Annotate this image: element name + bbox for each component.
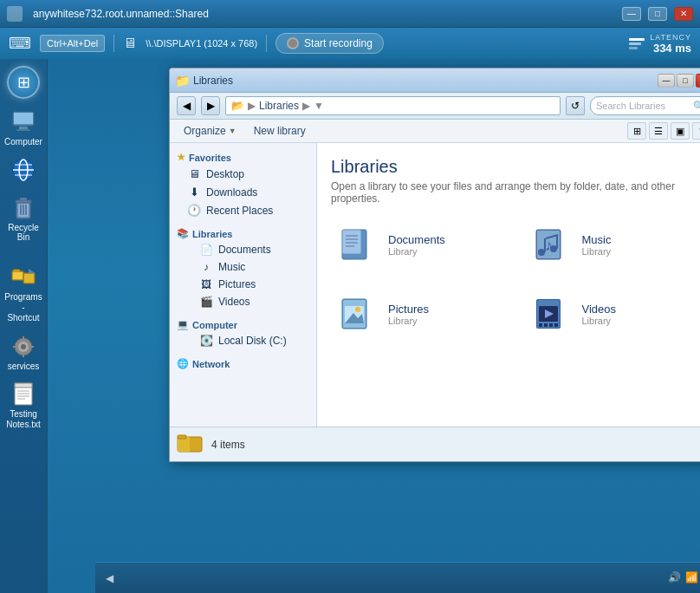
taskbar-system-icons: 🔊 📶 2:40 PM 12/9/2016 — [668, 569, 701, 588]
minimize-button[interactable]: — — [622, 7, 641, 21]
explorer-titlebar: 📁 Libraries — □ ✕ — [170, 68, 700, 93]
downloads-nav-item[interactable]: ⬇ Downloads — [170, 183, 316, 201]
svg-rect-60 — [549, 323, 553, 327]
svg-rect-25 — [23, 354, 24, 357]
kbd-shortcut[interactable]: Ctrl+Alt+Del — [40, 35, 105, 52]
recycle-bin-label: Recycle Bin — [4, 223, 42, 242]
folder-icon — [3, 249, 44, 257]
svg-rect-63 — [178, 437, 190, 452]
ie-desktop-icon[interactable] — [3, 153, 44, 188]
favorites-section-title[interactable]: ★ Favorites — [170, 150, 316, 165]
address-separator: ▶ — [248, 100, 256, 112]
search-bar[interactable]: Search Libraries 🔍 — [590, 96, 700, 115]
pictures-nav-item[interactable]: 🖼 Pictures — [170, 276, 316, 293]
title-bar-left: anywhitese732.root.unnamed::Shared — [7, 6, 209, 22]
documents-library-info: Documents Library — [388, 233, 445, 257]
music-library-name: Music — [582, 233, 612, 246]
computer-nav-icon: 💻 — [177, 319, 189, 330]
title-bar: anywhitese732.root.unnamed::Shared — □ ✕ — [0, 0, 700, 28]
refresh-button[interactable]: ↺ — [566, 96, 585, 115]
services-desktop-icon[interactable]: services — [3, 330, 44, 375]
music-nav-label: Music — [218, 261, 245, 273]
documents-library-item[interactable]: Documents Library — [331, 217, 511, 272]
remote-bar: ⌨ Ctrl+Alt+Del 🖥 \\.\DISPLAY1 (1024 x 76… — [0, 28, 700, 59]
svg-rect-12 — [20, 198, 27, 200]
libraries-section-title[interactable]: 📚 Libraries — [170, 226, 316, 241]
help-button[interactable]: ? — [692, 122, 700, 140]
monitor-icon: 🖥 — [123, 36, 137, 51]
record-label: Start recording — [304, 37, 373, 49]
recycle-bin-icon — [10, 195, 36, 221]
svg-rect-20 — [24, 274, 34, 283]
preview-pane-button[interactable]: ▣ — [671, 122, 690, 140]
libraries-description: Open a library to see your files and arr… — [331, 180, 700, 205]
close-button[interactable]: ✕ — [674, 7, 693, 21]
record-button[interactable]: Start recording — [275, 33, 384, 54]
explorer-menubar: Organize ▼ New library ⊞ ☰ ▣ ? — [170, 120, 700, 143]
documents-library-name: Documents — [388, 233, 445, 246]
network-nav-label: Network — [192, 359, 230, 369]
computer-section-title[interactable]: 💻 Computer — [170, 317, 316, 332]
svg-point-53 — [355, 307, 360, 312]
music-nav-item[interactable]: ♪ Music — [170, 258, 316, 276]
videos-nav-item[interactable]: 🎬 Videos — [170, 293, 316, 310]
documents-nav-label: Documents — [218, 244, 271, 256]
videos-library-info: Videos Library — [582, 303, 617, 326]
svg-rect-64 — [178, 435, 186, 439]
local-disk-nav-icon: 💽 — [199, 335, 213, 347]
svg-point-44 — [538, 249, 545, 256]
documents-library-type: Library — [388, 246, 445, 257]
explorer-minimize-button[interactable]: — — [658, 74, 675, 88]
view-mode-button[interactable]: ⊞ — [627, 122, 646, 140]
pictures-library-item[interactable]: Pictures Library — [331, 286, 511, 342]
svg-rect-26 — [13, 346, 16, 348]
address-bar[interactable]: 📂 ▶ Libraries ▶ ▼ — [225, 96, 561, 115]
local-disk-nav-label: Local Disk (C:) — [218, 335, 287, 347]
music-library-item[interactable]: ♪ Music Library — [525, 217, 701, 272]
maximize-button[interactable]: □ — [648, 7, 667, 21]
view-details-button[interactable]: ☰ — [649, 122, 668, 140]
taskbar-scroll-button[interactable]: ◀ — [102, 570, 117, 586]
desktop-nav-item[interactable]: 🖥 Desktop — [170, 165, 316, 183]
latency-label: LATENCY — [650, 33, 691, 42]
back-button[interactable]: ◀ — [177, 96, 196, 115]
local-disk-nav-item[interactable]: 💽 Local Disk (C:) — [170, 332, 316, 349]
svg-rect-27 — [30, 346, 34, 348]
explorer-maximize-button[interactable]: □ — [677, 74, 694, 88]
start-button[interactable]: ⊞ — [7, 66, 40, 99]
latency-display: LATENCY 334 ms — [629, 33, 691, 55]
network-section-title[interactable]: 🌐 Network — [170, 356, 316, 371]
computer-desktop-icon[interactable]: Computer — [3, 106, 44, 150]
address-dropdown-icon[interactable]: ▼ — [314, 100, 324, 112]
items-count: 4 items — [211, 439, 245, 451]
computer-nav-label: Computer — [192, 320, 237, 330]
videos-library-name: Videos — [582, 303, 617, 316]
organize-menu[interactable]: Organize ▼ — [177, 123, 243, 139]
forward-button[interactable]: ▶ — [201, 96, 220, 115]
svg-rect-17 — [13, 270, 20, 272]
programs-desktop-icon[interactable]: Programs - Shortcut — [3, 261, 44, 327]
pictures-library-type: Library — [388, 316, 429, 326]
recent-places-nav-item[interactable]: 🕐 Recent Places — [170, 201, 316, 219]
pictures-library-name: Pictures — [388, 303, 429, 316]
desktop: ⊞ Computer — [0, 59, 700, 593]
music-nav-icon: ♪ — [199, 261, 213, 273]
services-icon — [10, 334, 36, 360]
downloads-nav-label: Downloads — [206, 186, 257, 199]
documents-nav-item[interactable]: 📄 Documents — [170, 241, 316, 258]
svg-rect-3 — [16, 129, 30, 131]
music-library-info: Music Library — [582, 233, 612, 257]
record-circle-icon — [287, 37, 299, 49]
videos-nav-icon: 🎬 — [199, 296, 213, 308]
favorites-star-icon: ★ — [177, 152, 185, 163]
testing-notes-desktop-icon[interactable]: Testing Notes.txt — [3, 378, 44, 433]
ie-icon — [10, 157, 36, 183]
svg-rect-18 — [13, 272, 23, 279]
videos-library-item[interactable]: Videos Library — [525, 286, 701, 342]
volume-icon: 🔊 — [668, 571, 682, 585]
explorer-window-buttons: — □ ✕ — [658, 74, 700, 88]
new-library-button[interactable]: New library — [247, 123, 313, 139]
recycle-bin-desktop-icon[interactable]: Recycle Bin — [3, 192, 44, 245]
explorer-close-button[interactable]: ✕ — [696, 74, 700, 88]
explorer-sidebar: ★ Favorites 🖥 Desktop ⬇ Downloads 🕐 — [170, 143, 317, 427]
